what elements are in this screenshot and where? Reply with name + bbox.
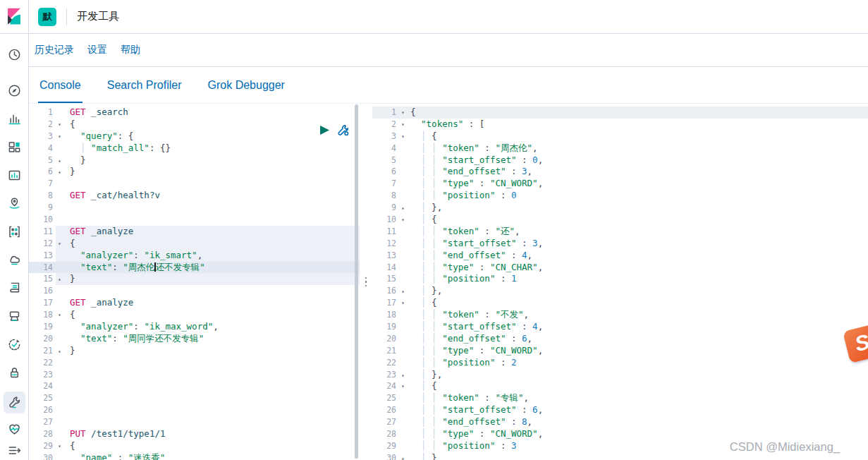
fold-toggle-icon[interactable]: ▾ xyxy=(399,107,410,119)
code-text[interactable] xyxy=(70,369,360,381)
tab-grok-debugger[interactable]: Grok Debugger xyxy=(207,79,286,103)
menu-help[interactable]: 帮助 xyxy=(121,44,140,56)
fold-toggle-icon[interactable]: ▾ xyxy=(56,440,70,452)
request-line[interactable]: 27 xyxy=(29,416,360,428)
kibana-logo[interactable] xyxy=(0,0,29,33)
request-line[interactable]: 25 xyxy=(29,392,360,404)
request-options-button[interactable] xyxy=(337,124,349,136)
fold-toggle-icon[interactable]: ▾ xyxy=(56,238,70,250)
request-line[interactable]: 22 xyxy=(29,357,360,369)
fold-toggle-icon[interactable]: ▴ xyxy=(56,345,70,357)
code-text[interactable] xyxy=(70,416,360,428)
fold-toggle-icon[interactable]: ▾ xyxy=(399,119,410,131)
request-line[interactable]: 18▾{ xyxy=(29,309,360,321)
code-text[interactable] xyxy=(70,357,360,369)
sidebar-item-logs[interactable] xyxy=(8,282,21,295)
request-line[interactable]: 8GET _cat/health?v xyxy=(29,190,360,202)
tab-console[interactable]: Console xyxy=(38,79,82,103)
sidebar-item-machine-learning[interactable] xyxy=(8,225,21,238)
sidebar-item-uptime[interactable] xyxy=(8,338,21,351)
code-text[interactable]: PUT /test1/type1/1 xyxy=(70,428,360,440)
code-text[interactable] xyxy=(70,380,360,392)
request-line[interactable]: 1GET _search xyxy=(29,107,360,119)
request-line[interactable]: 16 xyxy=(29,285,360,297)
fold-toggle-icon[interactable]: ▴ xyxy=(399,452,410,460)
request-line[interactable]: 14 "text": "周杰伦还不发专辑" xyxy=(29,262,360,274)
code-text[interactable] xyxy=(70,214,360,226)
code-text[interactable] xyxy=(70,202,360,214)
code-text[interactable]: { xyxy=(70,309,360,321)
request-line[interactable]: 10 xyxy=(29,214,360,226)
sidebar-item-security[interactable] xyxy=(8,366,21,380)
request-line[interactable]: 20 "text": "周同学还不发专辑" xyxy=(29,333,360,345)
tab-search-profiler[interactable]: Search Profiler xyxy=(106,79,183,103)
request-line[interactable]: 3▾ "query": { xyxy=(29,131,360,143)
sidebar-item-recently-viewed[interactable] xyxy=(8,48,21,61)
code-text[interactable]: { xyxy=(70,440,360,452)
code-text[interactable]: "name" : "迷迭香" xyxy=(70,452,360,460)
sidebar-item-canvas[interactable] xyxy=(8,169,21,182)
menu-history[interactable]: 历史记录 xyxy=(35,44,74,56)
request-line[interactable]: 11GET _analyze xyxy=(29,226,360,238)
request-line[interactable]: 28PUT /test1/type1/1 xyxy=(29,428,360,440)
space-switcher-badge[interactable]: 默 xyxy=(38,8,56,26)
request-line[interactable]: 2▾{ xyxy=(29,119,360,131)
sidebar-item-visualize[interactable] xyxy=(8,112,21,126)
sidebar-item-apm[interactable] xyxy=(8,310,21,323)
request-line[interactable]: 29▾{ xyxy=(29,440,360,452)
code-text[interactable]: "query": { xyxy=(70,131,360,143)
pane-resize-handle[interactable] xyxy=(360,104,372,460)
request-line[interactable]: 9 xyxy=(29,202,360,214)
request-line[interactable]: 21▴} xyxy=(29,345,360,357)
request-line[interactable]: 19 "analyzer": "ik_max_word", xyxy=(29,321,360,333)
code-text[interactable] xyxy=(70,285,360,297)
fold-toggle-icon[interactable]: ▾ xyxy=(56,309,70,321)
request-line[interactable]: 6▴} xyxy=(29,166,360,178)
code-text[interactable]: GET _analyze xyxy=(70,297,360,309)
request-line[interactable]: 26 xyxy=(29,404,360,416)
code-text[interactable]: } xyxy=(70,345,360,357)
code-text[interactable]: GET _cat/health?v xyxy=(70,190,360,202)
sidebar-item-expand-nav[interactable] xyxy=(8,444,21,457)
request-line[interactable]: 17GET _analyze xyxy=(29,297,360,309)
fold-toggle-icon[interactable]: ▾ xyxy=(399,214,410,226)
code-text[interactable]: │ "match_all": {} xyxy=(70,143,360,155)
fold-toggle-icon[interactable]: ▾ xyxy=(56,119,70,131)
fold-toggle-icon[interactable]: ▾ xyxy=(56,131,70,143)
code-text[interactable]: "analyzer": "ik_smart", xyxy=(70,250,360,262)
code-text[interactable] xyxy=(70,178,360,190)
code-text[interactable] xyxy=(70,404,360,416)
fold-toggle-icon[interactable]: ▴ xyxy=(56,155,70,167)
code-text[interactable]: "analyzer": "ik_max_word", xyxy=(70,321,360,333)
console-request-editor[interactable]: 1GET _search2▾{3▾ "query": {4 │ "match_a… xyxy=(29,104,360,460)
fold-toggle-icon[interactable]: ▾ xyxy=(399,380,410,392)
code-text[interactable]: { xyxy=(70,238,360,250)
code-text[interactable]: } xyxy=(70,166,360,178)
fold-toggle-icon[interactable]: ▴ xyxy=(56,166,70,178)
code-text[interactable]: "text": "周同学还不发专辑" xyxy=(70,333,360,345)
code-text[interactable] xyxy=(70,392,360,404)
send-request-button[interactable] xyxy=(319,125,330,135)
request-line[interactable]: 23 xyxy=(29,369,360,381)
request-line[interactable]: 24 xyxy=(29,380,360,392)
request-line[interactable]: 4 │ "match_all": {} xyxy=(29,143,360,155)
fold-toggle-icon[interactable]: ▾ xyxy=(399,297,410,309)
code-text[interactable]: } xyxy=(70,155,360,167)
request-line[interactable]: 12▾{ xyxy=(29,238,360,250)
fold-toggle-icon[interactable]: ▴ xyxy=(399,369,410,381)
request-line[interactable]: 30 "name" : "迷迭香" xyxy=(29,452,360,460)
sidebar-item-infrastructure[interactable] xyxy=(8,253,21,267)
code-text[interactable]: "text": "周杰伦还不发专辑" xyxy=(70,262,360,274)
menu-settings[interactable]: 设置 xyxy=(87,44,107,56)
request-line[interactable]: 15▴} xyxy=(29,273,360,285)
fold-toggle-icon[interactable]: ▴ xyxy=(56,273,70,285)
fold-toggle-icon[interactable]: ▾ xyxy=(399,131,410,143)
request-line[interactable]: 7 xyxy=(29,178,360,190)
fold-toggle-icon[interactable]: ▴ xyxy=(399,202,410,214)
editor-scrollbar[interactable] xyxy=(355,104,358,459)
code-text[interactable]: { xyxy=(70,119,360,131)
sidebar-item-dev-tools[interactable] xyxy=(4,392,25,413)
code-text[interactable]: GET _analyze xyxy=(70,226,360,238)
sidebar-item-stack-monitoring[interactable] xyxy=(8,423,21,436)
fold-toggle-icon[interactable]: ▴ xyxy=(399,285,410,297)
